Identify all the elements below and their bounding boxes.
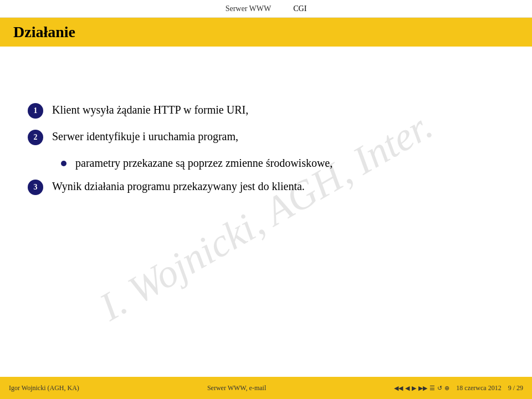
page-title: Działanie: [13, 23, 75, 41]
main-content: 1 Klient wysyła żądanie HTTP w formie UR…: [0, 47, 532, 377]
nav-arrow-next-next[interactable]: ▶▶: [418, 385, 427, 392]
nav-refresh-icon[interactable]: ↺: [437, 385, 442, 392]
item-number-2: 2: [28, 130, 43, 145]
nav-item-serwer[interactable]: Serwer WWW: [214, 1, 283, 17]
nav-arrow-prev[interactable]: ◀: [405, 385, 410, 392]
item-text-2: Serwer identyfikuje i uruchamia program,: [52, 129, 504, 144]
item-text-1: Klient wysyła żądanie HTTP w formie URI,: [52, 102, 504, 117]
footer-date: 18 czerwca 2012: [456, 384, 501, 392]
list-item: 1 Klient wysyła żądanie HTTP w formie UR…: [28, 102, 504, 119]
sub-item-text: parametry przekazane są poprzez zmienne …: [75, 155, 504, 171]
footer: Igor Wojnicki (AGH, KA) Serwer WWW, e-ma…: [0, 377, 532, 399]
list-item: 2 Serwer identyfikuje i uruchamia progra…: [28, 129, 504, 145]
footer-right: ◀◀ ◀ ▶ ▶▶ ☰ ↺ ⊕ 18 czerwca 2012 9 / 29: [394, 384, 523, 392]
title-bar: Działanie: [0, 18, 532, 47]
footer-subtitle: Serwer WWW, e-mail: [207, 384, 266, 392]
nav-arrow-next[interactable]: ▶: [412, 385, 416, 392]
item-number-1: 1: [28, 103, 43, 119]
nav-item-cgi[interactable]: CGI: [282, 1, 318, 17]
top-navigation: Serwer WWW CGI: [0, 0, 532, 18]
nav-arrow-prev-prev[interactable]: ◀◀: [394, 385, 403, 392]
list-item: 3 Wynik działania programu przekazywany …: [28, 178, 504, 195]
nav-search-icon[interactable]: ⊕: [444, 385, 449, 392]
footer-author: Igor Wojnicki (AGH, KA): [9, 384, 79, 392]
content-list: 1 Klient wysyła żądanie HTTP w formie UR…: [28, 102, 504, 195]
footer-nav-controls[interactable]: ◀◀ ◀ ▶ ▶▶ ☰ ↺ ⊕: [394, 385, 449, 392]
nav-menu-icon[interactable]: ☰: [429, 385, 435, 392]
list-sub-item: parametry przekazane są poprzez zmienne …: [61, 155, 504, 171]
footer-page: 9 / 29: [508, 384, 523, 392]
item-text-3: Wynik działania programu przekazywany je…: [52, 178, 504, 194]
item-number-3: 3: [28, 180, 43, 195]
bullet-icon: [61, 161, 66, 166]
